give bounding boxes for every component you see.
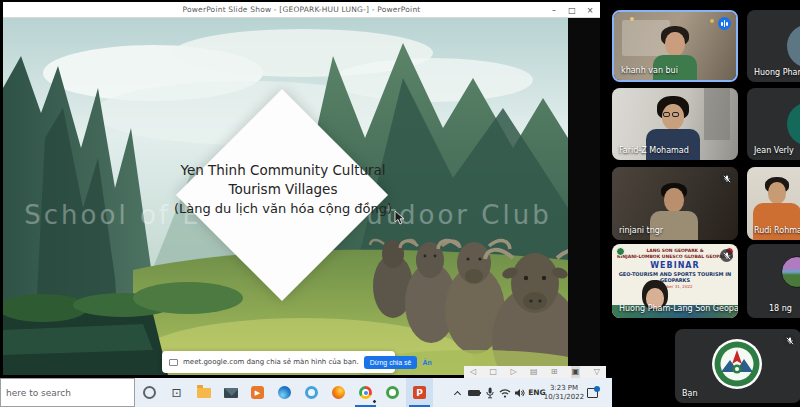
overflow-count-label: 18 ng: [769, 304, 792, 313]
browser-app-icon: [386, 386, 399, 399]
task-view-button[interactable]: ⊡: [163, 378, 190, 407]
overflow-participants-tile[interactable]: 18 ng: [747, 244, 800, 318]
network-status[interactable]: [497, 378, 512, 407]
firefox-icon: [332, 386, 345, 399]
prev-slide-icon[interactable]: ◁: [470, 366, 476, 378]
action-center-icon: [587, 388, 598, 398]
next-slide-icon[interactable]: ▷: [510, 366, 516, 378]
edge-button[interactable]: [271, 378, 298, 407]
restore-button[interactable]: □: [564, 3, 580, 17]
participant-avatar: H: [787, 24, 800, 68]
participant-tile-jean-verly[interactable]: J Jean Verly: [747, 88, 800, 160]
participant-name: Huong Pham: [754, 68, 800, 77]
participant-name: Farid-Z Mohamad: [619, 146, 689, 155]
stop-sharing-button[interactable]: Dừng chia sẻ: [364, 356, 418, 369]
taskbar-search-input[interactable]: here to search: [0, 378, 135, 407]
media-player-icon: ▶: [251, 386, 264, 399]
file-explorer-button[interactable]: [190, 378, 217, 407]
participant-tile-you[interactable]: Bạn: [675, 329, 800, 403]
participant-avatar: J: [787, 102, 800, 146]
notification-dot: [594, 386, 600, 392]
langson-geopark-logo: [711, 338, 763, 390]
participant-tile-huong-pham[interactable]: H Huong Pham: [747, 10, 800, 82]
participant-tile-huong-pham-langson[interactable]: LANG SON GEOPARK & RINJANI-LOMBOK UNESCO…: [612, 244, 738, 318]
slide-title-line2: Tourism Villages: [120, 180, 446, 199]
see-all-slides-icon[interactable]: ⊞: [551, 366, 558, 378]
powerpoint-titlebar[interactable]: PowerPoint Slide Show - [GEOPARK-HUU LUN…: [3, 2, 600, 18]
geopark-logo-icon: [616, 247, 625, 256]
cortana-button[interactable]: [136, 378, 163, 407]
task-view-icon: ⊡: [171, 387, 181, 399]
participant-name: Bạn: [682, 389, 697, 398]
speaker-icon: [514, 388, 525, 398]
chrome-button[interactable]: [352, 378, 379, 407]
window-title: PowerPoint Slide Show - [GEOPARK-HUU LUN…: [182, 5, 420, 14]
powerpoint-icon: P: [413, 386, 426, 399]
meet-participants-sidebar: khanh van bui H Huong Pham Farid-Z Moham…: [606, 0, 800, 407]
battery-icon: [468, 390, 480, 396]
zoom-slide-icon[interactable]: ▣: [571, 366, 581, 378]
muted-mic-icon: [720, 249, 733, 262]
chrome-notification-badge: [372, 399, 377, 404]
poster-subject-line2: GEOPARKS: [612, 277, 738, 283]
close-button[interactable]: ×: [582, 3, 598, 17]
chevron-up-icon: [453, 390, 460, 397]
speaking-indicator-icon: [718, 17, 731, 30]
slideshow-nav-toolbar: ◁ □ ▷ ▤ ⊞ ▣ ▽: [464, 366, 606, 378]
muted-mic-icon: [720, 172, 733, 185]
microphone-icon: [485, 387, 495, 399]
clock-time: 3:23 PM: [550, 384, 578, 393]
minimize-button[interactable]: –: [546, 3, 562, 17]
participant-name: Jean Verly: [754, 146, 794, 155]
messenger-app-button[interactable]: [298, 378, 325, 407]
action-center-button[interactable]: [583, 378, 601, 407]
windows-taskbar: here to search ⊡ ▶ P: [0, 378, 612, 407]
desktop-screen: PowerPoint Slide Show - [GEOPARK-HUU LUN…: [0, 0, 800, 407]
notes-icon[interactable]: ▤: [530, 366, 538, 378]
participant-tile-rudi-rohmansy[interactable]: Rudi Rohmansy: [747, 167, 800, 240]
screen-share-icon: [169, 359, 178, 366]
cortana-icon: [143, 386, 156, 399]
participant-tile-khanh-van-bui[interactable]: khanh van bui: [612, 10, 738, 82]
mouse-cursor: [394, 210, 405, 225]
participant-tile-rinjani-tngr[interactable]: rinjani tngr: [612, 167, 738, 240]
browser-app-button[interactable]: [379, 378, 406, 407]
firefox-button[interactable]: [325, 378, 352, 407]
participant-tile-farid-z-mohamad[interactable]: Farid-Z Mohamad: [612, 88, 738, 160]
taskbar-clock[interactable]: 3:23 PM 10/31/2022: [547, 378, 581, 407]
media-player-button[interactable]: ▶: [244, 378, 271, 407]
participant-name: rinjani tngr: [619, 226, 663, 235]
share-banner-message: meet.google.com đang chia sẻ màn hình củ…: [183, 358, 359, 366]
network-icon: [499, 388, 511, 398]
chrome-icon: [359, 386, 372, 399]
tray-expand-button[interactable]: [450, 378, 464, 407]
volume-status[interactable]: [512, 378, 527, 407]
battery-status[interactable]: [466, 378, 482, 407]
hide-banner-button[interactable]: Ẩn: [422, 359, 431, 366]
microphone-status[interactable]: [482, 378, 497, 407]
powerpoint-button[interactable]: P: [406, 378, 433, 407]
pen-tool-icon[interactable]: □: [490, 366, 498, 378]
muted-mic-icon: [783, 334, 796, 347]
file-explorer-icon: [197, 388, 211, 398]
mail-button[interactable]: [217, 378, 244, 407]
edge-icon: [278, 386, 291, 399]
poster-title: WEBINAR: [612, 261, 738, 270]
more-options-icon[interactable]: ▽: [594, 366, 600, 378]
clock-date: 10/31/2022: [544, 393, 584, 402]
participant-name: khanh van bui: [621, 66, 678, 75]
overflow-avatar: [781, 256, 800, 288]
poster-date: October 31, 2022: [612, 284, 738, 289]
participant-name: Rudi Rohmansy: [754, 226, 800, 235]
messenger-app-icon: [305, 386, 318, 399]
mail-icon: [224, 388, 238, 398]
participant-name: Huong Pham-Lang Son Geopark: [619, 304, 738, 313]
slide-title-line1: Yen Thinh Community Cultural: [120, 161, 446, 180]
screen-share-banner: meet.google.com đang chia sẻ màn hình củ…: [162, 351, 395, 373]
